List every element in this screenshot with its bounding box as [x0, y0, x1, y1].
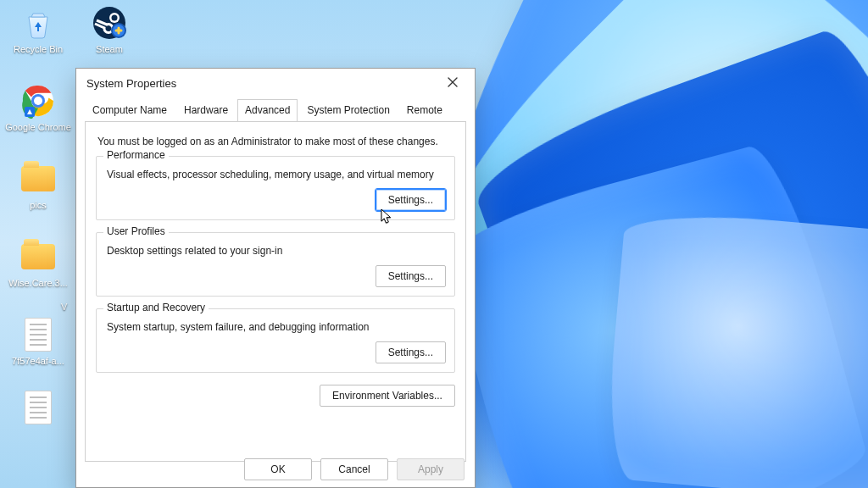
admin-note: You must be logged on as an Administrato… [97, 136, 453, 147]
environment-variables-button[interactable]: Environment Variables... [320, 385, 455, 407]
group-startup-recovery: Startup and Recovery System startup, sys… [96, 308, 455, 373]
icon-label: pics [4, 200, 72, 210]
tab-remote[interactable]: Remote [399, 99, 450, 121]
desktop: Recycle Bin Steam Google Chrome pics Wis… [0, 0, 868, 488]
desktop-icon-textfile[interactable]: 7f57e4af-a... [7, 317, 70, 390]
group-desc: Visual effects, processor scheduling, me… [107, 169, 444, 180]
document-icon [20, 317, 56, 352]
icon-label: Steam [75, 44, 143, 54]
close-button[interactable] [437, 71, 468, 95]
recycle-bin-icon [20, 5, 56, 41]
group-user-profiles: User Profiles Desktop settings related t… [96, 232, 455, 297]
icon-label: Recycle Bin [4, 44, 72, 54]
cancel-button[interactable]: Cancel [320, 458, 388, 480]
user-profiles-settings-button[interactable]: Settings... [376, 265, 446, 287]
folder-icon [20, 161, 56, 197]
desktop-icon-wisecare[interactable]: Wise.Care.3... [7, 239, 70, 312]
desktop-icon-chrome[interactable]: Google Chrome [7, 83, 70, 156]
startup-recovery-settings-button[interactable]: Settings... [376, 341, 446, 363]
advanced-panel: You must be logged on as an Administrato… [85, 121, 466, 462]
svg-point-6 [34, 97, 42, 105]
performance-settings-button[interactable]: Settings... [376, 189, 446, 211]
document-icon [20, 390, 56, 425]
steam-icon [92, 5, 127, 41]
desktop-icon-recycle-bin[interactable]: Recycle Bin [7, 5, 70, 78]
group-performance: Performance Visual effects, processor sc… [96, 156, 455, 220]
group-desc: Desktop settings related to your sign-in [107, 245, 444, 257]
tabstrip: Computer Name Hardware Advanced System P… [76, 97, 475, 121]
tab-computer-name[interactable]: Computer Name [85, 99, 175, 121]
desktop-icon-pics[interactable]: pics [7, 161, 70, 234]
ok-button[interactable]: OK [244, 458, 312, 480]
icon-label: 7f57e4af-a... [4, 356, 72, 366]
legend: Performance [103, 149, 169, 161]
chrome-icon [20, 83, 56, 119]
apply-button[interactable]: Apply [397, 458, 465, 480]
legend: Startup and Recovery [103, 302, 209, 313]
icon-label: Google Chrome [4, 122, 72, 132]
system-properties-dialog[interactable]: System Properties Computer Name Hardware… [75, 68, 476, 488]
titlebar[interactable]: System Properties [76, 69, 475, 97]
group-desc: System startup, system failure, and debu… [107, 321, 444, 333]
folder-icon [20, 239, 56, 274]
legend: User Profiles [103, 225, 169, 237]
icon-label: Wise.Care.3... [4, 278, 72, 288]
window-title: System Properties [86, 77, 176, 90]
tab-advanced[interactable]: Advanced [237, 99, 298, 121]
desktop-icon-textfile-2[interactable] [7, 390, 70, 468]
close-icon [448, 75, 458, 91]
tab-system-protection[interactable]: System Protection [299, 99, 397, 121]
dialog-actions: OK Cancel Apply [244, 458, 465, 480]
svg-point-2 [112, 15, 118, 21]
tab-hardware[interactable]: Hardware [176, 99, 236, 121]
